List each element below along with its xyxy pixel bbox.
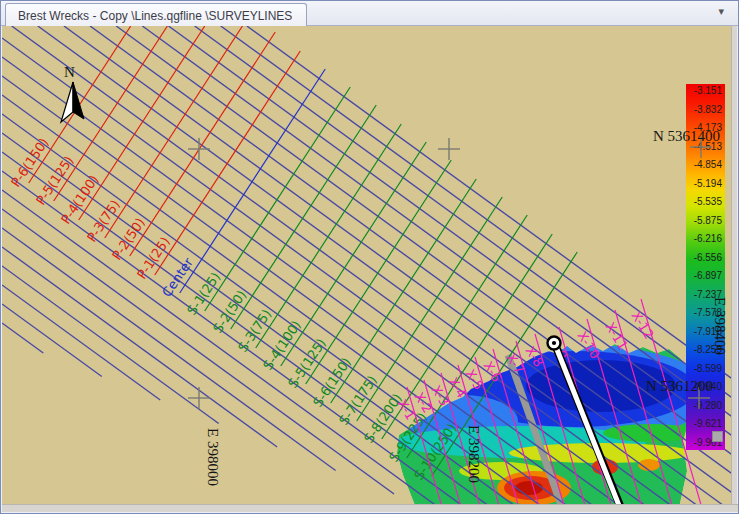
legend-value: -4.854 (683, 160, 722, 170)
legend-value: -3.832 (683, 105, 722, 115)
legend-value: -8.259 (683, 345, 722, 355)
legend-value: -8.940 (683, 382, 722, 392)
legend-value: -4.513 (683, 142, 722, 152)
legend-value: -8.599 (683, 364, 722, 374)
survey-line-label: P-3(75) (84, 197, 123, 245)
document-tab[interactable]: Brest Wrecks - Copy \Lines.qgfline \SURV… (5, 3, 307, 27)
main-survey-line[interactable] (2, 285, 160, 400)
main-survey-line[interactable] (2, 38, 649, 508)
survey-line-P-1(25)[interactable]: P-1(25) (134, 51, 300, 282)
legend-value: -9.621 (683, 419, 722, 429)
main-survey-line[interactable] (2, 57, 622, 508)
window-bottom-border (2, 504, 739, 512)
depth-legend: -3.151-3.832-4.173-4.513-4.854-5.194-5.5… (686, 84, 725, 450)
legend-value: -4.173 (683, 123, 722, 133)
map-viewport[interactable]: P-6(150)P-5(125)P-4(100)P-3(75)P-2(50)P-… (2, 26, 734, 508)
main-survey-line[interactable] (2, 209, 394, 494)
main-survey-line[interactable] (2, 266, 219, 424)
main-survey-line[interactable] (221, 26, 734, 399)
main-survey-line[interactable] (2, 323, 43, 353)
window-right-border (731, 26, 737, 508)
main-survey-line[interactable] (247, 26, 734, 380)
legend-value: -3.151 (683, 86, 722, 96)
legend-value: -5.535 (683, 197, 722, 207)
legend-value: -6.897 (683, 271, 722, 281)
legend-value: -9.280 (683, 401, 722, 411)
legend-grip-icon[interactable] (712, 431, 723, 442)
depth-legend-gradient-bar (686, 84, 725, 450)
legend-value: -5.194 (683, 179, 722, 189)
main-survey-line[interactable] (2, 304, 102, 377)
app-window: Brest Wrecks - Copy \Lines.qgfline \SURV… (0, 0, 739, 514)
tab-list-dropdown-icon[interactable]: ▾ (718, 5, 724, 18)
survey-lines-canvas: P-6(150)P-5(125)P-4(100)P-3(75)P-2(50)P-… (2, 26, 734, 508)
tab-bar: Brest Wrecks - Copy \Lines.qgfline \SURV… (1, 1, 738, 26)
main-survey-line[interactable] (64, 26, 727, 508)
legend-value: -6.556 (683, 253, 722, 263)
main-survey-line[interactable] (168, 26, 734, 437)
legend-value: -7.918 (683, 327, 722, 337)
document-tab-label: Brest Wrecks - Copy \Lines.qgfline \SURV… (18, 9, 292, 23)
legend-value: -6.216 (683, 234, 722, 244)
legend-value: -7.237 (683, 290, 722, 300)
legend-value: -5.875 (683, 216, 722, 226)
main-survey-line[interactable] (2, 190, 439, 508)
legend-value: -7.578 (683, 308, 722, 318)
survey-line-S-6(150)[interactable]: S-6(150) (310, 179, 476, 410)
